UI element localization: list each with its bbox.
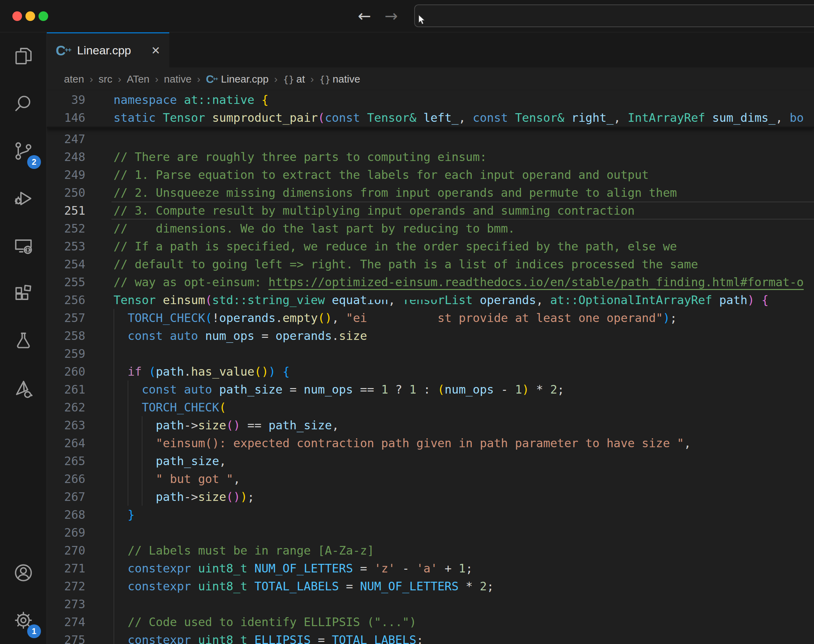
line-number[interactable]: 261 — [47, 380, 85, 399]
code-line-256[interactable]: 256Tensor einsum(std::string_view equati… — [47, 291, 814, 309]
code-line-262[interactable]: 262 TORCH_CHECK( — [47, 399, 814, 416]
activity-item-cmake-tools[interactable] — [0, 365, 46, 412]
code-line-249[interactable]: 249// 1. Parse equation to extract the l… — [47, 166, 814, 184]
activity-item-settings[interactable]: 1 — [0, 596, 46, 644]
zoom-window-button[interactable] — [38, 11, 48, 21]
line-number[interactable]: 266 — [47, 470, 85, 488]
code-line-275[interactable]: 275 constexpr uint8_t ELLIPSIS = TOTAL_L… — [47, 631, 814, 644]
activity-item-extensions[interactable] — [0, 270, 46, 317]
code-line-264[interactable]: 264 "einsum(): expected contraction path… — [47, 434, 814, 452]
line-number[interactable]: 248 — [47, 148, 85, 166]
line-number[interactable]: 254 — [47, 255, 85, 273]
line-number[interactable]: 259 — [47, 345, 85, 363]
code-line-259[interactable]: 259 — [47, 345, 814, 363]
line-number[interactable]: 262 — [47, 399, 85, 416]
code-line-261[interactable]: 261 const auto path_size = num_ops == 1 … — [47, 380, 814, 399]
command-center-searchbox[interactable] — [414, 5, 814, 27]
line-number[interactable]: 249 — [47, 166, 85, 184]
line-number[interactable]: 257 — [47, 309, 85, 327]
code-line-258[interactable]: 258 const auto num_ops = operands.size()… — [47, 327, 814, 345]
code-line-248[interactable]: 248// There are roughly three parts to c… — [47, 148, 814, 166]
activity-item-accounts[interactable] — [0, 549, 46, 596]
code-line-267[interactable]: 267 path->size()); — [47, 488, 814, 506]
line-number[interactable]: 271 — [47, 560, 85, 577]
code-line-247[interactable]: 247 — [47, 130, 814, 148]
code-line-254[interactable]: 254// default to going left => right. Th… — [47, 255, 814, 273]
code-token — [276, 365, 282, 379]
line-number[interactable]: 272 — [47, 577, 85, 595]
code-token: Tensor& — [515, 111, 564, 124]
code-line-272[interactable]: 272 constexpr uint8_t TOTAL_LABELS = NUM… — [47, 577, 814, 595]
line-number[interactable]: 260 — [47, 363, 85, 380]
line-number[interactable]: 258 — [47, 327, 85, 345]
code-line-271[interactable]: 271 constexpr uint8_t NUM_OF_LETTERS = '… — [47, 560, 814, 577]
code-line-269[interactable]: 269 — [47, 524, 814, 541]
code-line-270[interactable]: 270 // Labels must be in range [A-Za-z] — [47, 541, 814, 560]
code-line-253[interactable]: 253// If a path is specified, we reduce … — [47, 238, 814, 255]
code-token: // Labels must be in range [A-Za-z] — [128, 544, 374, 557]
activity-item-search[interactable] — [0, 80, 46, 127]
nav-back-button[interactable]: ← — [358, 6, 371, 26]
code-text: // Labels must be in range [A-Za-z] — [113, 541, 374, 560]
activity-item-source-control[interactable]: 2 — [0, 127, 46, 175]
breadcrumb-item-linear-cpp[interactable]: C++Linear.cpp — [206, 73, 269, 85]
line-number[interactable]: 268 — [47, 506, 85, 524]
sticky-line-146[interactable]: 146static Tensor sumproduct_pair(const T… — [47, 109, 814, 127]
code-line-274[interactable]: 274 // Code used to identify ELLIPSIS ("… — [47, 613, 814, 631]
tab-close-icon[interactable]: ✕ — [151, 44, 160, 57]
breadcrumb-item-native[interactable]: native — [164, 73, 192, 85]
line-number[interactable]: 273 — [47, 595, 85, 613]
breadcrumb-item-src[interactable]: src — [98, 73, 112, 85]
line-number[interactable]: 267 — [47, 488, 85, 506]
code-line-250[interactable]: 250// 2. Unsqueeze missing dimensions fr… — [47, 184, 814, 202]
code-line-273[interactable]: 273 — [47, 595, 814, 613]
line-number[interactable]: 264 — [47, 434, 85, 452]
code-token: () — [318, 311, 332, 325]
code-token: constexpr — [128, 579, 198, 593]
line-number[interactable]: 250 — [47, 184, 85, 202]
line-number[interactable]: 274 — [47, 613, 85, 631]
line-number[interactable]: 256 — [47, 291, 85, 309]
breadcrumb-item-aten[interactable]: aten — [64, 73, 84, 85]
code-line-251[interactable]: 251// 3. Compute result by multiplying i… — [47, 202, 814, 219]
breadcrumb-item-at[interactable]: {}at — [283, 73, 305, 85]
code-line-257[interactable]: 257 TORCH_CHECK(!operands.empty(), "eins… — [47, 309, 814, 327]
line-number[interactable]: 146 — [47, 109, 85, 127]
nav-forward-button[interactable]: → — [385, 6, 398, 26]
code-token: ; — [466, 561, 473, 575]
code-token: ( — [318, 111, 325, 124]
code-text: path_size, — [113, 452, 226, 470]
sticky-line-39[interactable]: 39namespace at::native { — [47, 91, 814, 109]
line-number[interactable]: 251 — [47, 202, 85, 219]
line-number[interactable]: 275 — [47, 631, 85, 644]
line-number[interactable]: 255 — [47, 273, 85, 291]
breadcrumb-item-native[interactable]: {}native — [319, 73, 360, 85]
line-number[interactable]: 270 — [47, 541, 85, 560]
line-number[interactable]: 39 — [47, 91, 85, 109]
line-number[interactable]: 263 — [47, 416, 85, 434]
close-window-button[interactable] — [12, 11, 22, 21]
code-line-268[interactable]: 268 } — [47, 506, 814, 524]
code-token: ; — [487, 579, 494, 593]
tab-linear-cpp[interactable]: C++ Linear.cpp ✕ — [47, 32, 169, 67]
minimize-window-button[interactable] — [26, 11, 35, 21]
line-number[interactable]: 269 — [47, 524, 85, 541]
code-line-266[interactable]: 266 " but got ", — [47, 470, 814, 488]
code-line-263[interactable]: 263 path->size() == path_size, — [47, 416, 814, 434]
line-number[interactable]: 252 — [47, 219, 85, 238]
code-line-255[interactable]: 255// way as opt-einsum: https://optimiz… — [47, 273, 814, 291]
activity-item-testing[interactable] — [0, 317, 46, 365]
activity-item-remote-explorer[interactable] — [0, 222, 46, 270]
code-token — [113, 579, 128, 593]
activity-item-run-debug[interactable] — [0, 175, 46, 222]
activity-item-explorer[interactable] — [0, 32, 46, 80]
breadcrumb-item-aten[interactable]: ATen — [127, 73, 149, 85]
code-token: // dimensions. We do the last part by re… — [113, 222, 515, 235]
line-number[interactable]: 253 — [47, 238, 85, 255]
code-line-260[interactable]: 260 if (path.has_value()) { — [47, 363, 814, 380]
line-number[interactable]: 265 — [47, 452, 85, 470]
code-line-265[interactable]: 265 path_size, — [47, 452, 814, 470]
line-number[interactable]: 247 — [47, 130, 85, 148]
code-line-252[interactable]: 252// dimensions. We do the last part by… — [47, 219, 814, 238]
code-token: "einsum(): expected contraction path giv… — [156, 436, 684, 450]
